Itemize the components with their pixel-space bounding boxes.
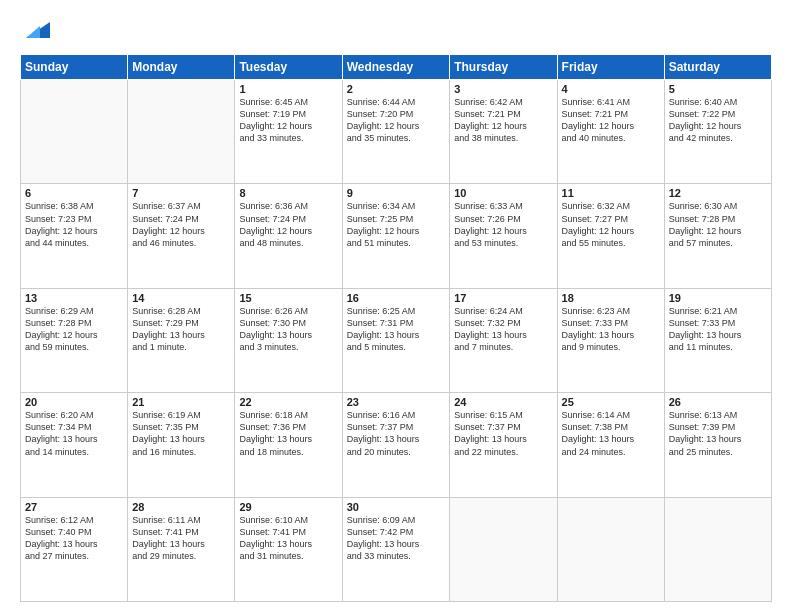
calendar-cell: 10Sunrise: 6:33 AM Sunset: 7:26 PM Dayli… <box>450 184 557 288</box>
day-info: Sunrise: 6:19 AM Sunset: 7:35 PM Dayligh… <box>132 409 230 458</box>
day-number: 14 <box>132 292 230 304</box>
weekday-header: Monday <box>128 55 235 80</box>
calendar-cell <box>450 497 557 601</box>
calendar-cell: 11Sunrise: 6:32 AM Sunset: 7:27 PM Dayli… <box>557 184 664 288</box>
day-number: 7 <box>132 187 230 199</box>
day-info: Sunrise: 6:10 AM Sunset: 7:41 PM Dayligh… <box>239 514 337 563</box>
calendar-cell: 13Sunrise: 6:29 AM Sunset: 7:28 PM Dayli… <box>21 288 128 392</box>
day-number: 2 <box>347 83 446 95</box>
calendar-cell: 12Sunrise: 6:30 AM Sunset: 7:28 PM Dayli… <box>664 184 771 288</box>
calendar-cell: 4Sunrise: 6:41 AM Sunset: 7:21 PM Daylig… <box>557 80 664 184</box>
day-number: 12 <box>669 187 767 199</box>
day-info: Sunrise: 6:32 AM Sunset: 7:27 PM Dayligh… <box>562 200 660 249</box>
day-number: 1 <box>239 83 337 95</box>
calendar-cell: 15Sunrise: 6:26 AM Sunset: 7:30 PM Dayli… <box>235 288 342 392</box>
calendar-cell: 6Sunrise: 6:38 AM Sunset: 7:23 PM Daylig… <box>21 184 128 288</box>
calendar-week-row: 6Sunrise: 6:38 AM Sunset: 7:23 PM Daylig… <box>21 184 772 288</box>
calendar-cell <box>128 80 235 184</box>
weekday-header: Wednesday <box>342 55 450 80</box>
day-number: 27 <box>25 501 123 513</box>
calendar-cell <box>664 497 771 601</box>
day-info: Sunrise: 6:11 AM Sunset: 7:41 PM Dayligh… <box>132 514 230 563</box>
calendar-cell: 21Sunrise: 6:19 AM Sunset: 7:35 PM Dayli… <box>128 393 235 497</box>
day-info: Sunrise: 6:28 AM Sunset: 7:29 PM Dayligh… <box>132 305 230 354</box>
day-number: 29 <box>239 501 337 513</box>
day-number: 25 <box>562 396 660 408</box>
calendar-cell: 17Sunrise: 6:24 AM Sunset: 7:32 PM Dayli… <box>450 288 557 392</box>
calendar-cell: 29Sunrise: 6:10 AM Sunset: 7:41 PM Dayli… <box>235 497 342 601</box>
day-info: Sunrise: 6:18 AM Sunset: 7:36 PM Dayligh… <box>239 409 337 458</box>
weekday-header: Tuesday <box>235 55 342 80</box>
day-info: Sunrise: 6:41 AM Sunset: 7:21 PM Dayligh… <box>562 96 660 145</box>
day-info: Sunrise: 6:09 AM Sunset: 7:42 PM Dayligh… <box>347 514 446 563</box>
day-number: 18 <box>562 292 660 304</box>
calendar-cell: 26Sunrise: 6:13 AM Sunset: 7:39 PM Dayli… <box>664 393 771 497</box>
header <box>20 16 772 44</box>
calendar-cell: 7Sunrise: 6:37 AM Sunset: 7:24 PM Daylig… <box>128 184 235 288</box>
day-info: Sunrise: 6:44 AM Sunset: 7:20 PM Dayligh… <box>347 96 446 145</box>
day-number: 24 <box>454 396 552 408</box>
day-number: 21 <box>132 396 230 408</box>
day-info: Sunrise: 6:40 AM Sunset: 7:22 PM Dayligh… <box>669 96 767 145</box>
calendar-cell: 3Sunrise: 6:42 AM Sunset: 7:21 PM Daylig… <box>450 80 557 184</box>
day-number: 9 <box>347 187 446 199</box>
day-info: Sunrise: 6:45 AM Sunset: 7:19 PM Dayligh… <box>239 96 337 145</box>
day-info: Sunrise: 6:29 AM Sunset: 7:28 PM Dayligh… <box>25 305 123 354</box>
calendar-cell: 18Sunrise: 6:23 AM Sunset: 7:33 PM Dayli… <box>557 288 664 392</box>
weekday-header: Saturday <box>664 55 771 80</box>
svg-marker-1 <box>26 26 40 38</box>
calendar-cell: 14Sunrise: 6:28 AM Sunset: 7:29 PM Dayli… <box>128 288 235 392</box>
day-number: 5 <box>669 83 767 95</box>
day-info: Sunrise: 6:20 AM Sunset: 7:34 PM Dayligh… <box>25 409 123 458</box>
day-number: 28 <box>132 501 230 513</box>
calendar-cell: 23Sunrise: 6:16 AM Sunset: 7:37 PM Dayli… <box>342 393 450 497</box>
day-info: Sunrise: 6:26 AM Sunset: 7:30 PM Dayligh… <box>239 305 337 354</box>
calendar-cell: 1Sunrise: 6:45 AM Sunset: 7:19 PM Daylig… <box>235 80 342 184</box>
day-number: 20 <box>25 396 123 408</box>
weekday-header-row: SundayMondayTuesdayWednesdayThursdayFrid… <box>21 55 772 80</box>
day-number: 3 <box>454 83 552 95</box>
day-info: Sunrise: 6:30 AM Sunset: 7:28 PM Dayligh… <box>669 200 767 249</box>
day-number: 8 <box>239 187 337 199</box>
calendar-table: SundayMondayTuesdayWednesdayThursdayFrid… <box>20 54 772 602</box>
day-number: 19 <box>669 292 767 304</box>
calendar-cell: 25Sunrise: 6:14 AM Sunset: 7:38 PM Dayli… <box>557 393 664 497</box>
day-info: Sunrise: 6:21 AM Sunset: 7:33 PM Dayligh… <box>669 305 767 354</box>
day-info: Sunrise: 6:36 AM Sunset: 7:24 PM Dayligh… <box>239 200 337 249</box>
day-number: 16 <box>347 292 446 304</box>
calendar-cell: 2Sunrise: 6:44 AM Sunset: 7:20 PM Daylig… <box>342 80 450 184</box>
day-number: 17 <box>454 292 552 304</box>
day-info: Sunrise: 6:25 AM Sunset: 7:31 PM Dayligh… <box>347 305 446 354</box>
calendar-cell: 27Sunrise: 6:12 AM Sunset: 7:40 PM Dayli… <box>21 497 128 601</box>
day-info: Sunrise: 6:34 AM Sunset: 7:25 PM Dayligh… <box>347 200 446 249</box>
weekday-header: Thursday <box>450 55 557 80</box>
calendar-cell: 28Sunrise: 6:11 AM Sunset: 7:41 PM Dayli… <box>128 497 235 601</box>
calendar-week-row: 1Sunrise: 6:45 AM Sunset: 7:19 PM Daylig… <box>21 80 772 184</box>
day-info: Sunrise: 6:16 AM Sunset: 7:37 PM Dayligh… <box>347 409 446 458</box>
calendar-week-row: 13Sunrise: 6:29 AM Sunset: 7:28 PM Dayli… <box>21 288 772 392</box>
day-number: 13 <box>25 292 123 304</box>
calendar-week-row: 27Sunrise: 6:12 AM Sunset: 7:40 PM Dayli… <box>21 497 772 601</box>
weekday-header: Friday <box>557 55 664 80</box>
calendar-cell: 8Sunrise: 6:36 AM Sunset: 7:24 PM Daylig… <box>235 184 342 288</box>
day-number: 30 <box>347 501 446 513</box>
day-info: Sunrise: 6:23 AM Sunset: 7:33 PM Dayligh… <box>562 305 660 354</box>
day-number: 23 <box>347 396 446 408</box>
day-number: 22 <box>239 396 337 408</box>
day-info: Sunrise: 6:13 AM Sunset: 7:39 PM Dayligh… <box>669 409 767 458</box>
weekday-header: Sunday <box>21 55 128 80</box>
calendar-cell: 5Sunrise: 6:40 AM Sunset: 7:22 PM Daylig… <box>664 80 771 184</box>
day-info: Sunrise: 6:33 AM Sunset: 7:26 PM Dayligh… <box>454 200 552 249</box>
day-info: Sunrise: 6:12 AM Sunset: 7:40 PM Dayligh… <box>25 514 123 563</box>
day-info: Sunrise: 6:42 AM Sunset: 7:21 PM Dayligh… <box>454 96 552 145</box>
calendar-page: SundayMondayTuesdayWednesdayThursdayFrid… <box>0 0 792 612</box>
calendar-cell: 19Sunrise: 6:21 AM Sunset: 7:33 PM Dayli… <box>664 288 771 392</box>
day-info: Sunrise: 6:14 AM Sunset: 7:38 PM Dayligh… <box>562 409 660 458</box>
logo-icon <box>22 16 50 44</box>
calendar-cell: 9Sunrise: 6:34 AM Sunset: 7:25 PM Daylig… <box>342 184 450 288</box>
day-number: 6 <box>25 187 123 199</box>
day-number: 26 <box>669 396 767 408</box>
calendar-cell <box>557 497 664 601</box>
logo <box>20 16 50 44</box>
day-info: Sunrise: 6:15 AM Sunset: 7:37 PM Dayligh… <box>454 409 552 458</box>
